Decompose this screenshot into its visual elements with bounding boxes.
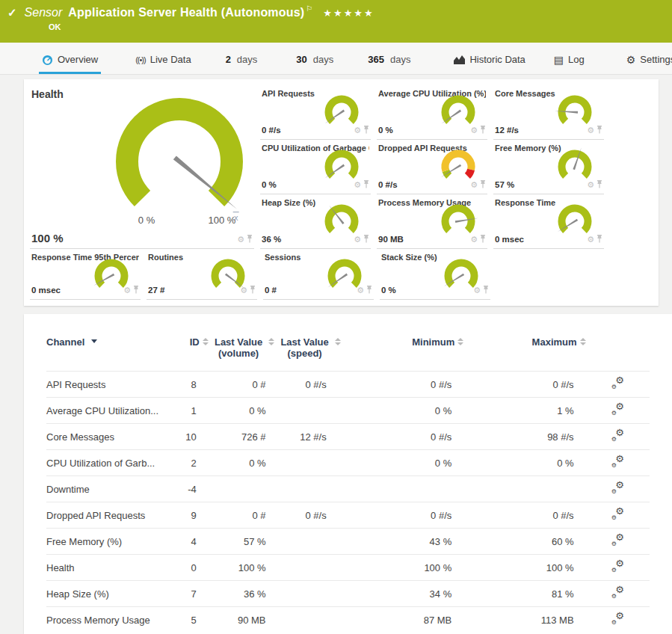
gear-icon[interactable]: ⚙ [354,126,361,135]
cell-min [339,476,464,502]
gauge-tile[interactable]: Stack Size (%)0 %⚙ [380,249,490,300]
channel-settings-icon[interactable]: ⚙⚙ [611,535,624,546]
gauge-tile[interactable]: Response Time 95th Percentile0 msec⚙ [30,249,141,300]
gear-icon[interactable]: ⚙ [587,126,594,135]
tab-30-days[interactable]: 30days [293,54,336,74]
pin-icon[interactable] [480,178,486,191]
column-header-maximum[interactable]: Maximum [463,332,585,372]
pin-icon[interactable] [133,283,139,297]
pin-icon[interactable] [247,233,253,246]
tab-log[interactable]: ▤Log [551,54,588,74]
column-header-channel[interactable]: Channel [46,332,170,372]
cell-last_volume: 0 # [209,502,278,529]
column-header-last-value-volume[interactable]: Last Value (volume) [209,332,278,372]
pin-icon[interactable] [483,283,489,297]
channel-settings-icon[interactable]: ⚙⚙ [611,587,624,598]
tab-365-days[interactable]: 365days [365,54,413,74]
gear-icon[interactable]: ⚙ [587,236,594,244]
pin-icon[interactable] [480,233,486,246]
pin-icon[interactable] [597,123,602,137]
cell-max: 81 % [463,581,585,607]
pin-icon[interactable] [480,123,486,137]
channel-settings-icon[interactable]: ⚙⚙ [611,404,624,415]
sort-desc-icon[interactable] [91,339,97,343]
channel-settings-icon[interactable]: ⚙⚙ [611,613,624,624]
cell-min: 34 % [339,581,464,607]
cell-id: 8 [170,372,208,398]
gauge-tile[interactable]: CPU Utilization of Garbage C...0 %⚙ [260,140,371,194]
column-header-minimum[interactable]: Minimum [339,332,464,372]
pin-icon[interactable] [597,233,602,246]
channel-settings-icon[interactable]: ⚙⚙ [611,456,624,467]
favorite-flag-icon[interactable]: ⚐ [306,4,312,13]
pin-icon[interactable] [363,123,369,137]
gauge-tile[interactable]: Free Memory (%)57 %⚙ [493,140,604,194]
column-header-id[interactable]: ID [170,332,208,372]
cell-last_volume: 36 % [209,581,278,607]
cell-id: 1 [170,398,208,424]
gear-icon[interactable]: ⚙ [123,286,131,295]
tab-2-days[interactable]: 2days [223,54,261,74]
gear-icon[interactable]: ⚙ [587,181,594,189]
pin-icon[interactable] [363,233,369,246]
cell-max [463,476,585,502]
health-gauge-tile[interactable]: Health x0 %100 % 100 % ⚙ [30,85,254,249]
column-header-last-value-speed[interactable]: Last Value (speed) [278,332,339,372]
gauge-scale-min: 0 % [138,215,155,226]
cell-last_speed [278,581,339,607]
tab-live-data[interactable]: ((•))Live Data [132,54,194,74]
tab-overview[interactable]: Overview [39,54,101,74]
gauge-scale-max: 100 % [209,215,236,226]
channel-settings-icon[interactable]: ⚙⚙ [611,430,624,441]
gear-icon[interactable]: ⚙ [354,236,361,244]
tab-settings[interactable]: ⚙Settings [623,54,672,74]
gear-icon[interactable]: ⚙ [354,181,361,189]
cell-last_volume: 726 # [209,424,278,450]
channel-settings-icon[interactable]: ⚙⚙ [611,482,624,493]
gear-icon[interactable]: ⚙ [240,286,247,295]
gear-icon[interactable]: ⚙ [470,236,478,244]
pin-icon[interactable] [597,178,602,191]
channel-settings-icon[interactable]: ⚙⚙ [611,508,624,520]
cell-min: 43 % [339,529,464,555]
gauge-tile[interactable]: Sessions0 #⚙ [263,249,374,300]
cell-min: 0 % [339,450,464,476]
pin-icon[interactable] [366,283,372,297]
gauge-tile[interactable]: Routines27 #⚙ [147,249,257,300]
sort-icon[interactable] [203,338,209,345]
channel-name: API Requests [46,372,170,398]
sensor-header: ✓ Sensor Application Server Health (Auto… [0,0,672,43]
sort-icon[interactable] [268,338,274,345]
gauge-tile[interactable]: API Requests0 #/s⚙ [260,85,371,140]
table-row: Core Messages10726 #12 #/s0 #/s98 #/s⚙⚙ [46,424,650,450]
gauge-tile[interactable]: Process Memory Usage90 MB⚙ [377,194,487,249]
pin-icon[interactable] [363,178,369,191]
gauge-tile[interactable]: Dropped API Requests0 #/s⚙ [377,140,487,194]
gauge-tile[interactable]: Response Time0 msec⚙ [493,194,604,249]
pin-icon[interactable] [250,283,256,297]
sort-icon[interactable] [580,338,586,345]
gauge-tile[interactable]: Heap Size (%)36 %⚙ [260,194,371,249]
gauges-panel: Health x0 %100 % 100 % ⚙ API Requests0 #… [24,79,659,306]
gear-icon[interactable]: ⚙ [470,126,478,135]
sort-icon[interactable] [335,338,341,345]
gauge-value: 27 # [148,286,164,295]
gear-icon[interactable]: ⚙ [357,286,364,295]
tab-label: Live Data [150,54,191,65]
gear-icon[interactable]: ⚙ [473,286,481,295]
channel-settings-icon[interactable]: ⚙⚙ [611,378,624,389]
gear-icon[interactable]: ⚙ [237,236,244,244]
gauge-tile[interactable]: Core Messages12 #/s⚙ [493,85,604,140]
channel-settings-icon[interactable]: ⚙⚙ [611,561,624,572]
gauge-tile[interactable]: Average CPU Utilization (%)0 %⚙ [377,85,487,140]
priority-stars[interactable]: ★★★★★ [323,7,374,19]
cell-max: 1 % [463,398,585,424]
sort-icon[interactable] [457,338,463,345]
settings-icon: ⚙ [626,55,636,65]
tab-historic-data[interactable]: Historic Data [451,54,528,74]
tab-label: Historic Data [469,54,525,65]
gear-icon[interactable]: ⚙ [470,181,478,189]
cell-last_volume: 0 % [209,398,278,424]
cell-min: 100 % [339,555,464,581]
tab-label: days [313,54,333,65]
